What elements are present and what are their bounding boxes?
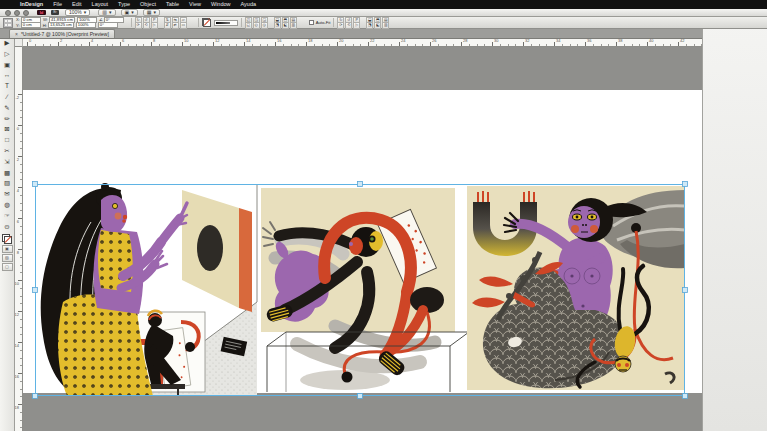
pencil-tool[interactable]: ✏ [0, 114, 14, 125]
indesign-app-icon: Id [37, 10, 46, 15]
window-controls [5, 10, 29, 16]
arrange-documents-icon: ▦ [147, 10, 152, 15]
reference-point-proxy[interactable] [3, 18, 13, 28]
control-icon-button[interactable]: ⟳ [135, 22, 142, 29]
document-tab[interactable]: × *Untitled-7 @ 100% [Overprint Preview] [9, 29, 115, 38]
zoom-level-dropdown[interactable]: 100% ▾ [65, 9, 90, 16]
chevron-down-icon: ▾ [131, 10, 134, 15]
control-icon-button[interactable]: ◴ [253, 22, 260, 29]
toolbar-fill-stroke-swatches[interactable] [2, 234, 12, 244]
panel-monkey [261, 188, 469, 392]
indesign-screen: { "window": { "traffic_lights": ["close"… [0, 0, 767, 431]
minimize-window-button[interactable] [14, 10, 20, 16]
zoom-level-value: 100% [69, 10, 82, 15]
chevron-down-icon: ▾ [109, 10, 112, 15]
application-bar: Id Br 100% ▾ ▥ ▾ ▣ ▾ ▦ ▾ [0, 9, 767, 17]
panel-woman [41, 183, 257, 396]
control-field[interactable]: 100% [76, 22, 96, 28]
page-tool[interactable]: ▣ [0, 60, 14, 71]
arrange-documents-button[interactable]: ▦ ▾ [143, 9, 160, 16]
control-icon-button[interactable]: ▭ [180, 22, 187, 29]
gradient-feather-tool[interactable]: ▨ [0, 178, 14, 189]
hand-tool[interactable]: ☞ [0, 211, 14, 222]
control-icon-button[interactable]: ⬕ [374, 22, 381, 29]
menu-file[interactable]: File [48, 0, 67, 9]
control-icon-button[interactable]: ⇵ [164, 22, 171, 29]
menu-object[interactable]: Object [135, 0, 161, 9]
stroke-fill-swatches[interactable] [202, 18, 211, 27]
stroke-weight-dropdown[interactable] [214, 20, 238, 26]
scissors-tool[interactable]: ✂ [0, 146, 14, 157]
ruler-origin-corner[interactable] [14, 38, 23, 47]
auto-fit-checkbox[interactable]: Auto-Fit [309, 20, 331, 26]
selection-tool[interactable]: ▶ [0, 38, 14, 49]
control-icon-button[interactable]: ◱ [245, 22, 252, 29]
pen-tool[interactable]: ✎ [0, 103, 14, 114]
apply-color-button[interactable]: ▨ [2, 254, 13, 262]
view-options-button[interactable]: ▥ ▾ [98, 9, 115, 16]
bridge-icon[interactable]: Br [51, 10, 59, 15]
zoom-window-button[interactable] [23, 10, 29, 16]
menu-type[interactable]: Type [113, 0, 135, 9]
control-icon-button[interactable]: ⇄ [172, 22, 179, 29]
note-tool[interactable]: ✉ [0, 189, 14, 200]
control-icon-button[interactable]: ▷ [353, 22, 360, 29]
control-icon-button[interactable]: ◷ [261, 22, 268, 29]
align-icon-groups: ↻↺P⬓⬒▤⟳⟲▷⬔⬕▥ [337, 18, 393, 28]
vertical-ruler[interactable]: -20246810121416182022 [14, 46, 23, 431]
control-icon-button[interactable]: ⬔ [274, 22, 281, 29]
selected-artwork-frame[interactable] [35, 184, 685, 396]
control-field[interactable]: H:13,6525 cm [43, 22, 74, 28]
tool-list: ▶▷▣↔T∕✎✏⊠□✂⇲▩▨✉◍☞⊙ [0, 38, 14, 232]
document-canvas[interactable] [22, 46, 702, 431]
panel-mermaid [467, 186, 685, 390]
menu-edit[interactable]: Edit [67, 0, 86, 9]
rectangle-frame-tool[interactable]: ⊠ [0, 124, 14, 135]
menu-indesign[interactable]: InDesign [15, 0, 48, 9]
desktop-area [702, 17, 767, 431]
formatting-affects-button[interactable]: ▣ [2, 245, 13, 253]
control-icon-button[interactable]: ⬕ [282, 22, 289, 29]
eyedropper-tool[interactable]: ◍ [0, 200, 14, 211]
rectangle-tool[interactable]: □ [0, 135, 14, 146]
chevron-down-icon: ▾ [154, 10, 157, 15]
pasteboard[interactable] [22, 90, 702, 393]
control-icon-button[interactable]: ▥ [290, 22, 297, 29]
control-icon-button[interactable]: ⟲ [345, 22, 352, 29]
gradient-tool[interactable]: ▩ [0, 168, 14, 179]
horizontal-ruler[interactable]: 024681012141618202224262830323436384042 [14, 38, 702, 47]
screen-mode-toggle[interactable]: ▢ [2, 263, 13, 271]
close-window-button[interactable] [5, 10, 11, 16]
fill-swatch-none[interactable] [203, 19, 211, 27]
document-tab-bar: × *Untitled-7 @ 100% [Overprint Preview] [0, 29, 702, 39]
line-tool[interactable]: ∕ [0, 92, 14, 103]
control-icon-button[interactable]: ⬔ [366, 22, 373, 29]
menu-items: InDesignFileEditLayoutTypeObjectTableVie… [15, 0, 261, 9]
menu-table[interactable]: Table [161, 0, 184, 9]
control-icon-button[interactable]: ⟳ [337, 22, 344, 29]
control-icon-button[interactable]: ▥ [382, 22, 389, 29]
menu-ayuda[interactable]: Ayuda [236, 0, 262, 9]
menu-window[interactable]: Window [206, 0, 236, 9]
control-field[interactable]: Y:0 cm [16, 22, 41, 28]
control-icon-button[interactable]: ⟲ [143, 22, 150, 29]
direct-selection-tool[interactable]: ▷ [0, 49, 14, 60]
menu-bar: InDesignFileEditLayoutTypeObjectTableVie… [0, 0, 767, 9]
auto-fit-label: Auto-Fit [316, 20, 331, 25]
zoom-tool[interactable]: ⊙ [0, 222, 14, 233]
menu-layout[interactable]: Layout [87, 0, 114, 9]
toolbar-fill-swatch[interactable] [4, 236, 12, 244]
illustration [35, 184, 685, 396]
menu-view[interactable]: View [184, 0, 206, 9]
view-options-icon: ▥ [102, 10, 107, 15]
position-size-fields: X:0 cmW:41,8915 cm100%∠0°Y:0 cmH:13,6525… [16, 18, 124, 28]
control-icon-button[interactable]: ▷ [151, 22, 158, 29]
screen-mode-button[interactable]: ▣ ▾ [121, 9, 138, 16]
checkbox-icon[interactable] [309, 20, 315, 26]
control-field[interactable]: 0° [98, 22, 118, 28]
type-tool[interactable]: T [0, 81, 14, 92]
close-tab-icon[interactable]: × [15, 31, 18, 37]
gap-tool[interactable]: ↔ [0, 70, 14, 81]
free-transform-tool[interactable]: ⇲ [0, 157, 14, 168]
tools-panel: ▶▷▣↔T∕✎✏⊠□✂⇲▩▨✉◍☞⊙ ▣ ▨ ▢ [0, 38, 15, 431]
